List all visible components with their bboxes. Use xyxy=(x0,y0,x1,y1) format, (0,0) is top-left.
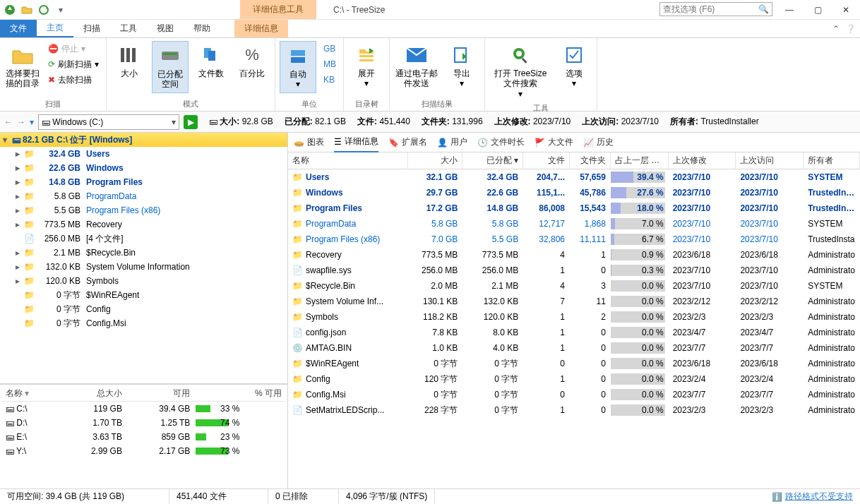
unit-kb-button[interactable]: KB xyxy=(321,72,339,88)
tree-node[interactable]: 📁0 字节Config.Msi xyxy=(0,316,287,330)
drives-col-name[interactable]: 名称 ▾ xyxy=(3,386,57,402)
nav-back-icon[interactable]: ← xyxy=(4,117,13,127)
export-button[interactable]: 导出 ▾ xyxy=(443,41,480,92)
tab-scan[interactable]: 扫描 xyxy=(73,20,110,37)
folder-icon: 📁 xyxy=(292,312,303,322)
dtab-users[interactable]: 👤用户 xyxy=(437,136,467,148)
unit-gb-button[interactable]: GB xyxy=(321,41,339,56)
tree-node[interactable]: ▸📁773.5 MBRecovery xyxy=(0,217,287,232)
tab-tools[interactable]: 工具 xyxy=(110,20,147,37)
detail-table[interactable]: 名称 大小 已分配 ▾ 文件 文件夹 占上一层 %... 上次修改 上次访问 所… xyxy=(288,152,860,488)
table-row[interactable]: 📁Config.Msi0 字节0 字节000.0 %2023/7/72023/7… xyxy=(288,387,860,402)
qat-dropdown-icon[interactable]: ▾ xyxy=(54,3,68,17)
table-row[interactable]: 📁$Recycle.Bin2.0 MB2.1 MB430.0 %2023/7/1… xyxy=(288,278,860,294)
detail-table-header: 名称 大小 已分配 ▾ 文件 文件夹 占上一层 %... 上次修改 上次访问 所… xyxy=(288,152,860,169)
tab-home[interactable]: 主页 xyxy=(37,20,73,37)
qat-refresh-icon[interactable] xyxy=(37,3,51,17)
col-files[interactable]: 文件 xyxy=(523,152,570,169)
minimize-button[interactable]: — xyxy=(775,0,804,19)
col-mod[interactable]: 上次修改 xyxy=(669,152,736,169)
collapse-ribbon-icon[interactable]: ⌃ xyxy=(832,24,840,34)
tree-node[interactable]: ▸📁132.0 KBSystem Volume Information xyxy=(0,260,287,274)
drives-col-pct[interactable]: % 可用 xyxy=(193,386,285,402)
table-row[interactable]: 📁System Volume Inf...130.1 KB132.0 KB711… xyxy=(288,294,860,309)
table-row[interactable]: 📁$WinREAgent0 字节0 字节000.0 %2023/6/182023… xyxy=(288,356,860,371)
rescan-button[interactable]: ⟳刷新扫描 ▾ xyxy=(45,56,102,72)
table-row[interactable]: 📁Program Files17.2 GB14.8 GB86,00815,543… xyxy=(288,200,860,216)
drive-row[interactable]: 🖴 Y:\2.99 GB2.17 GB73 % xyxy=(3,444,285,458)
table-row[interactable]: 📄swapfile.sys256.0 MB256.0 MB100.3 %2023… xyxy=(288,263,860,278)
tab-view[interactable]: 视图 xyxy=(147,20,184,37)
tree-node[interactable]: ▸📁2.1 MB$Recycle.Bin xyxy=(0,246,287,260)
drives-col-free[interactable]: 可用 xyxy=(125,386,193,402)
open-search-button[interactable]: 打开 TreeSize 文件搜索 ▾ xyxy=(489,41,551,102)
status-alloc-unit: 4,096 字节/簇 (NTFS) xyxy=(339,489,435,504)
scan-play-button[interactable]: ▶ xyxy=(184,115,198,129)
nav-forward-icon[interactable]: → xyxy=(17,117,25,127)
mode-files-button[interactable]: 文件数 xyxy=(193,41,229,81)
dtab-ext[interactable]: 🔖扩展名 xyxy=(388,136,427,148)
dtab-chart[interactable]: 🥧图表 xyxy=(294,136,324,148)
table-row[interactable]: 📁Users32.1 GB32.4 GB204,7...57,65939.4 %… xyxy=(288,169,860,185)
maximize-button[interactable]: ▢ xyxy=(804,0,832,19)
dtab-big[interactable]: 🚩大文件 xyxy=(534,136,573,148)
options-button[interactable]: 选项 ▾ xyxy=(556,41,592,92)
table-row[interactable]: 📁ProgramData5.8 GB5.8 GB12,7171,8687.0 %… xyxy=(288,216,860,232)
unit-mb-button[interactable]: MB xyxy=(321,56,339,72)
table-row[interactable]: 📁Windows29.7 GB22.6 GB115,1...45,78627.6… xyxy=(288,185,860,200)
select-directory-button[interactable]: 选择要扫描的目录 xyxy=(4,41,41,92)
stop-scan-button[interactable]: ⛔停止 ▾ xyxy=(45,41,102,56)
tab-help[interactable]: 帮助 xyxy=(184,20,220,37)
col-alloc[interactable]: 已分配 ▾ xyxy=(462,152,523,169)
close-button[interactable]: ✕ xyxy=(832,0,860,19)
drive-row[interactable]: 🖴 E:\3.63 TB859 GB23 % xyxy=(3,430,285,444)
tree-node[interactable]: ▸📁22.6 GBWindows xyxy=(0,161,287,175)
drive-row[interactable]: 🖴 D:\1.70 TB1.25 TB74 % xyxy=(3,416,285,430)
tree-node[interactable]: ▸📁14.8 GBProgram Files xyxy=(0,175,287,189)
table-row[interactable]: 📁Symbols118.2 KB120.0 KB120.0 %2023/2/32… xyxy=(288,309,860,325)
col-folders[interactable]: 文件夹 xyxy=(570,152,611,169)
drives-col-total[interactable]: 总大小 xyxy=(57,386,125,402)
drive-row[interactable]: 🖴 C:\119 GB39.4 GB33 % xyxy=(3,402,285,416)
col-name[interactable]: 名称 xyxy=(288,152,408,169)
unit-auto-button[interactable]: 自动 ▾ xyxy=(280,41,316,93)
tab-file[interactable]: 文件 xyxy=(0,20,37,37)
table-row[interactable]: 📄config.json7.8 KB8.0 KB100.0 %2023/4/72… xyxy=(288,325,860,340)
dtab-age[interactable]: 🕓文件时长 xyxy=(477,136,525,148)
help-icon[interactable]: ❔ xyxy=(845,24,856,34)
tree-node[interactable]: 📁0 字节$WinREAgent xyxy=(0,288,287,302)
tree-node[interactable]: ▸📁32.4 GBUsers xyxy=(0,147,287,161)
tree-node[interactable]: 📁0 字节Config xyxy=(0,302,287,316)
col-acc[interactable]: 上次访问 xyxy=(736,152,804,169)
table-row[interactable]: 📁Config120 字节0 字节100.0 %2023/2/42023/2/4… xyxy=(288,371,860,387)
tree-node[interactable]: ▸📁5.8 GBProgramData xyxy=(0,189,287,203)
mode-size-button[interactable]: 大小 xyxy=(111,41,148,81)
table-row[interactable]: 📄SetMatrixLEDScrip...228 字节0 字节100.0 %20… xyxy=(288,402,860,418)
folder-tree[interactable]: ▾🖴82.1 GB C:\ 位于 [Windows]▸📁32.4 GBUsers… xyxy=(0,133,287,384)
nav-up-icon[interactable]: ▾ xyxy=(30,117,34,127)
table-row[interactable]: 💿AMTAG.BIN1.0 KB4.0 KB100.0 %2023/7/7202… xyxy=(288,340,860,356)
remove-scan-button[interactable]: ✖去除扫描 xyxy=(45,72,102,88)
history-icon: 📈 xyxy=(583,138,594,148)
dtab-details[interactable]: ☰详细信息 xyxy=(334,133,378,152)
table-row[interactable]: 📁Program Files (x86)7.0 GB5.5 GB32,80611… xyxy=(288,232,860,247)
tree-node[interactable]: 📄256.0 MB[4 个文件] xyxy=(0,232,287,246)
expand-button[interactable]: 展开 ▾ xyxy=(348,41,385,92)
qat-open-icon[interactable] xyxy=(20,3,34,17)
tree-node[interactable]: ▸📁5.5 GBProgram Files (x86) xyxy=(0,203,287,217)
col-size[interactable]: 大小 xyxy=(408,152,463,169)
options-search-input[interactable]: 查找选项 (F6) 🔍 xyxy=(659,2,772,16)
mode-allocated-button[interactable]: 已分配空间 xyxy=(152,41,189,93)
col-pct[interactable]: 占上一层 %... xyxy=(611,152,669,169)
drive-combobox[interactable]: 🖴 Windows (C:)▾ xyxy=(38,114,179,130)
tree-root[interactable]: ▾🖴82.1 GB C:\ 位于 [Windows] xyxy=(0,133,287,147)
mode-percent-button[interactable]: %百分比 xyxy=(234,41,270,81)
table-row[interactable]: 📁Recovery773.5 MB773.5 MB410.9 %2023/6/1… xyxy=(288,247,860,263)
email-button[interactable]: 通过电子邮件发送 xyxy=(394,41,439,92)
col-own[interactable]: 所有者 xyxy=(804,152,860,169)
dtab-history[interactable]: 📈历史 xyxy=(583,136,614,148)
tab-details-context[interactable]: 详细信息 xyxy=(234,20,288,37)
tree-node[interactable]: ▸📁120.0 KBSymbols xyxy=(0,274,287,288)
status-warning-link[interactable]: ℹ️路径格式不受支持 xyxy=(765,491,860,503)
folder-icon: 📁 xyxy=(23,318,35,328)
